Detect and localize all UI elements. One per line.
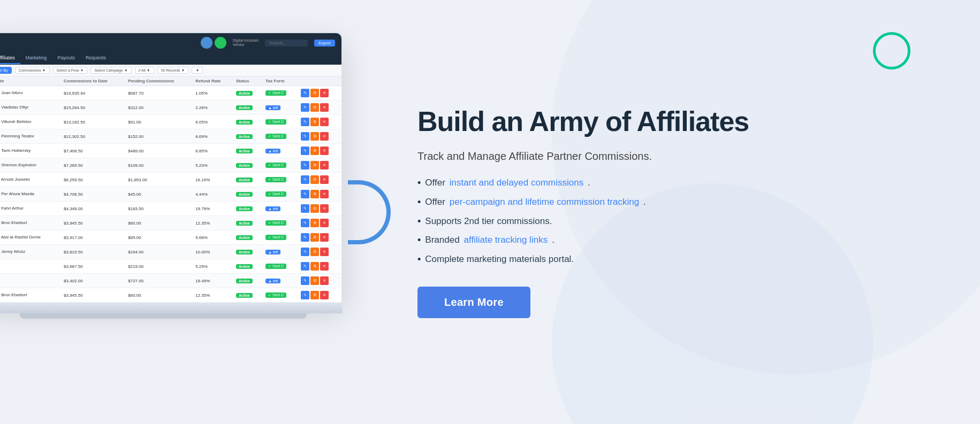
action-cell: ✎ ⚙ ✕	[298, 144, 341, 158]
edit-button[interactable]: ✎	[301, 147, 309, 155]
tax-cell: ✓ Sent C	[262, 115, 298, 129]
action-cell: ✎ ⚙ ✕	[298, 187, 341, 202]
affiliate-name-cell	[0, 259, 60, 274]
settings-button[interactable]: ⚙	[310, 132, 319, 141]
action-cell: ✎ ⚙ ✕	[298, 245, 341, 259]
delete-button[interactable]: ✕	[320, 161, 329, 169]
settings-button[interactable]: ⚙	[310, 276, 319, 285]
settings-button[interactable]: ⚙	[310, 161, 319, 169]
commissions-cell: $6,259.50	[60, 173, 125, 187]
edit-button[interactable]: ✎	[301, 291, 309, 299]
flow-filter[interactable]: Select a Flow ▼	[53, 67, 88, 74]
edit-button[interactable]: ✎	[301, 89, 309, 97]
settings-button[interactable]: ⚙	[310, 233, 319, 242]
delete-button[interactable]: ✕	[320, 262, 329, 271]
status-cell: Active	[233, 202, 262, 216]
status-cell: Active	[233, 288, 262, 303]
action-buttons: ✎ ⚙ ✕	[301, 118, 338, 126]
settings-button[interactable]: ⚙	[310, 175, 319, 184]
affiliate-name: Joan Nitzro	[1, 90, 22, 95]
delete-button[interactable]: ✕	[320, 175, 329, 184]
table-row: Jenny Wickz $3,819.50 $164.00 10.00% Act…	[0, 245, 341, 259]
delete-button[interactable]: ✕	[320, 204, 329, 213]
tax-cell: ✓ Sent C	[262, 259, 298, 274]
edit-button[interactable]: ✎	[301, 233, 309, 242]
action-cell: ✎ ⚙ ✕	[298, 216, 341, 230]
campaign-filter[interactable]: Select Campaign ▼	[90, 67, 131, 74]
table-row: Shemon Espindon $7,269.50 $109.00 5.23% …	[0, 158, 341, 173]
all-filter[interactable]: # All ▼	[135, 67, 154, 74]
delete-button[interactable]: ✕	[320, 190, 329, 198]
tab-affiliates[interactable]: Affiliates	[0, 52, 20, 64]
edit-button[interactable]: ✎	[301, 204, 309, 213]
records-filter[interactable]: 50 Records ▼	[157, 67, 189, 74]
status-cell: Active	[233, 230, 262, 245]
edit-button[interactable]: ✎	[301, 118, 309, 126]
delete-button[interactable]: ✕	[320, 147, 329, 155]
refund-cell: 6.85%	[192, 144, 233, 158]
pending-cell: $60.00	[125, 216, 192, 230]
settings-button[interactable]: ⚙	[310, 204, 319, 213]
settings-button[interactable]: ⚙	[310, 219, 319, 227]
settings-button[interactable]: ⚙	[310, 118, 319, 126]
delete-button[interactable]: ✕	[320, 276, 329, 285]
features-list: Offer instant and delayed commissions. O…	[417, 178, 749, 265]
table-container: Affiliate Commissions to Date Pending Co…	[0, 76, 341, 303]
settings-button[interactable]: ⚙	[310, 248, 319, 256]
edit-button[interactable]: ✎	[301, 161, 309, 169]
affiliate-name: Tarin Holbersky	[1, 148, 31, 153]
edit-button[interactable]: ✎	[301, 262, 309, 271]
delete-button[interactable]: ✕	[320, 132, 329, 141]
settings-button[interactable]: ⚙	[310, 89, 319, 97]
nav-search-input[interactable]	[265, 40, 308, 47]
tax-sent-badge: ✓ Sent C	[265, 235, 286, 240]
tab-payouts[interactable]: Payouts	[52, 52, 80, 64]
affiliate-name-cell: Jenny Wickz	[0, 245, 60, 259]
edit-button[interactable]: ✎	[301, 190, 309, 198]
status-cell: Active	[233, 101, 262, 115]
settings-button[interactable]: ⚙	[310, 103, 319, 112]
settings-button[interactable]: ⚙	[310, 147, 319, 155]
action-cell: ✎ ⚙ ✕	[298, 86, 341, 101]
accent-circle-decoration	[873, 32, 910, 70]
filter-by-pill[interactable]: Filter By	[0, 67, 12, 74]
edit-button[interactable]: ✎	[301, 276, 309, 285]
delete-button[interactable]: ✕	[320, 291, 329, 299]
affiliate-name: Shemon Espindon	[1, 163, 36, 167]
action-buttons: ✎ ⚙ ✕	[301, 89, 338, 97]
tab-requests[interactable]: Requests	[80, 52, 111, 64]
affiliate-name: Bron Elsebort	[1, 292, 27, 297]
more-filter[interactable]: ▼	[192, 67, 203, 74]
edit-button[interactable]: ✎	[301, 103, 309, 112]
delete-button[interactable]: ✕	[320, 89, 329, 97]
th-status: Status	[233, 76, 262, 86]
settings-button[interactable]: ⚙	[310, 190, 319, 198]
commissions-filter[interactable]: Commissions ▼	[15, 67, 50, 74]
action-cell: ✎ ⚙ ✕	[298, 274, 341, 288]
export-button[interactable]: Export	[314, 40, 335, 47]
action-buttons: ✎ ⚙ ✕	[301, 248, 338, 256]
edit-button[interactable]: ✎	[301, 132, 309, 141]
edit-button[interactable]: ✎	[301, 175, 309, 184]
tab-marketing[interactable]: Marketing	[20, 52, 52, 64]
delete-button[interactable]: ✕	[320, 219, 329, 227]
table-row: Abd al-Rashid Dorrie $3,917.00 $85.00 5.…	[0, 230, 341, 245]
delete-button[interactable]: ✕	[320, 118, 329, 126]
delete-button[interactable]: ✕	[320, 103, 329, 112]
refund-cell: 6.05%	[192, 115, 233, 129]
status-cell: Active	[233, 158, 262, 173]
tax-left-badge: ▲ left	[265, 105, 280, 110]
delete-button[interactable]: ✕	[320, 233, 329, 242]
settings-button[interactable]: ⚙	[310, 262, 319, 271]
edit-button[interactable]: ✎	[301, 219, 309, 227]
status-badge: Active	[236, 120, 253, 125]
settings-button[interactable]: ⚙	[310, 291, 319, 299]
delete-button[interactable]: ✕	[320, 248, 329, 256]
pending-cell: $164.00	[125, 245, 192, 259]
affiliate-name-cell: Shemon Espindon	[0, 158, 60, 173]
table-row: Viliundr Belislov $13,182.50 $91.00 6.05…	[0, 115, 341, 129]
tax-cell: ▲ left	[262, 202, 298, 216]
refund-cell: 5.23%	[192, 158, 233, 173]
learn-more-button[interactable]: Learn More	[417, 287, 530, 318]
edit-button[interactable]: ✎	[301, 248, 309, 256]
